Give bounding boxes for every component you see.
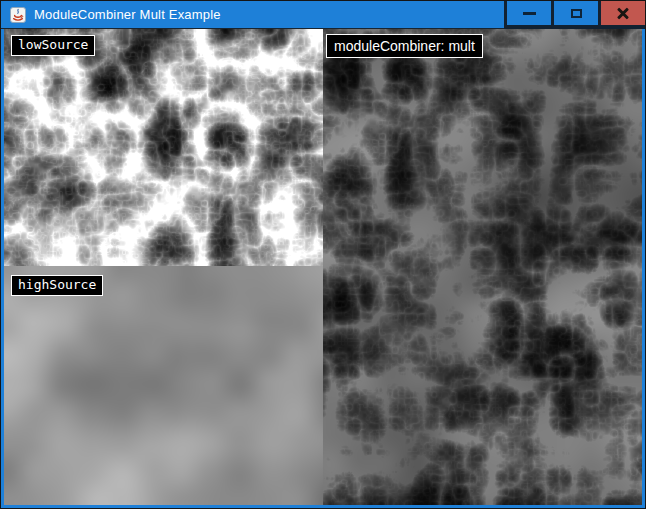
left-column: lowSource highSource [4, 29, 323, 505]
panel-highsource: highSource [4, 266, 323, 505]
panel-lowsource: lowSource [4, 29, 323, 266]
app-window: ModuleCombiner Mult Example lowSource hi… [0, 0, 646, 509]
maximize-button[interactable] [551, 1, 598, 29]
titlebar[interactable]: ModuleCombiner Mult Example [1, 1, 645, 29]
highsource-label: highSource [11, 275, 103, 296]
close-button[interactable] [598, 1, 645, 29]
maximize-icon [571, 9, 582, 18]
lowsource-label: lowSource [11, 35, 95, 56]
minimize-button[interactable] [504, 1, 551, 29]
highsource-texture [4, 266, 323, 505]
lowsource-texture [4, 29, 323, 266]
window-controls [504, 1, 645, 29]
minimize-icon [523, 12, 536, 15]
mult-label: moduleCombiner: mult [326, 34, 483, 58]
mult-texture [323, 29, 642, 505]
close-icon [616, 6, 630, 20]
panel-mult: moduleCombiner: mult [323, 29, 642, 505]
java-app-icon[interactable] [10, 7, 26, 23]
render-area: lowSource highSource moduleCombiner: mul… [1, 29, 645, 508]
window-title: ModuleCombiner Mult Example [34, 7, 221, 22]
